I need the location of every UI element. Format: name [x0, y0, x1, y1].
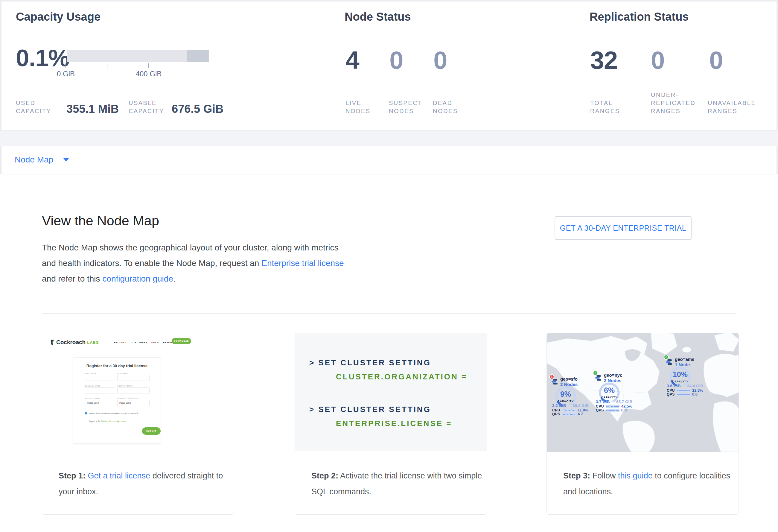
- capacity-label: CAPACITY: [554, 399, 577, 403]
- capacity-bar-reserved-segment: [187, 50, 209, 62]
- field-label: REASON FOR INTEREST: [117, 398, 140, 399]
- sql-setting: CLUSTER.ORGANIZATION =: [336, 372, 467, 381]
- used-capacity-label: USED CAPACITY: [16, 99, 58, 115]
- company-email-field: [117, 387, 150, 393]
- step2-caption: Step 2: Activate the trial license with …: [311, 468, 484, 500]
- used-capacity: 3.6 GiB: [667, 384, 681, 388]
- total-capacity: 65.7 GiB: [616, 399, 632, 404]
- section-divider: [42, 313, 736, 314]
- node-map-dropdown[interactable]: Node Map: [15, 155, 53, 165]
- cluster-summary-panel: Capacity Usage 0.1% 0 GiB 400 GiB USED C…: [1, 1, 777, 131]
- replication-status-title: Replication Status: [590, 10, 689, 23]
- reason-select: Please Select: [117, 400, 150, 406]
- unavailable-ranges-label: UNAVAILABLE RANGES: [708, 99, 768, 115]
- sql-commands-illustration: > SET CLUSTER SETTING CLUSTER.ORGANIZATI…: [295, 333, 487, 451]
- page-edge-right: [777, 0, 778, 174]
- step1-caption: Step 1: Get a trial license delivered st…: [59, 468, 232, 500]
- qps-sparkline: [606, 409, 619, 412]
- step1-card: Cockroach LABS PRODUCT CUSTOMERS DOCS RE…: [42, 333, 234, 515]
- capacity-percent: 10%: [669, 370, 692, 379]
- submit-button: SUBMIT: [142, 427, 161, 435]
- suspect-nodes-count: 0: [389, 46, 403, 75]
- used-capacity: 3.7 GiB: [596, 399, 610, 404]
- locality-name: geo=ams: [675, 357, 694, 362]
- locality-name: geo=nyc: [604, 373, 622, 378]
- capacity-axis-label-0: 0 GiB: [45, 70, 87, 78]
- nav-item: CUSTOMERS: [131, 341, 147, 344]
- unavailable-ranges-count: 0: [709, 46, 723, 75]
- field-label: LAST NAME: [117, 373, 128, 374]
- locality-name: geo=sfo: [560, 376, 577, 382]
- capacity-axis-tick: [66, 63, 66, 68]
- capacity-usage-title: Capacity Usage: [16, 10, 100, 23]
- warning-badge-icon: 1: [549, 374, 554, 379]
- capacity-label: CAPACITY: [598, 395, 621, 399]
- cockroach-icon: [50, 339, 55, 345]
- last-name-field: [117, 375, 150, 381]
- used-capacity-value: 355.1 MiB: [66, 103, 119, 116]
- enterprise-trial-button[interactable]: GET A 30-DAY ENTERPRISE TRIAL: [555, 216, 692, 240]
- get-trial-license-link[interactable]: Get a trial license: [88, 471, 150, 480]
- map-node-sfo: 1 geo=sfo 2 Nodes 9% CAPACITY 3.2 GiB35.…: [550, 377, 591, 387]
- chevron-down-icon: [63, 158, 69, 162]
- cpu-sparkline: [606, 405, 619, 408]
- download-button: DOWNLOAD: [172, 338, 191, 344]
- field-label: FIRST NAME: [85, 373, 96, 374]
- page-title: View the Node Map: [42, 213, 159, 229]
- field-label: COMPANY NAME: [85, 385, 100, 387]
- cpu-sparkline: [562, 409, 576, 412]
- total-ranges-count: 32: [590, 46, 617, 75]
- configuration-guide-link[interactable]: configuration guide: [102, 274, 173, 283]
- field-label: COMPANY EMAIL: [117, 385, 133, 387]
- healthy-badge-icon: ✓: [664, 355, 669, 360]
- step3-card: 1 geo=sfo 2 Nodes 9% CAPACITY 3.2 GiB35.…: [546, 333, 739, 515]
- description-text: and refer to this: [42, 274, 102, 283]
- logo-text: Cockroach: [56, 339, 86, 346]
- step2-card: > SET CLUSTER SETTING CLUSTER.ORGANIZATI…: [295, 333, 487, 515]
- node-status-title: Node Status: [344, 10, 411, 23]
- map-node-nyc: ✓ geo=nyc 2 Nodes 6% CAPACITY 3.7 GiB65.…: [594, 373, 634, 383]
- checkbox-label: I agree to the Software License Agreemen…: [89, 420, 158, 422]
- cpu-sparkline: [677, 389, 690, 392]
- software-license-link: Software License Agreement.: [101, 420, 127, 422]
- capacity-percent: 9%: [554, 390, 577, 398]
- suspect-nodes-label: SUSPECT NODES: [389, 99, 429, 115]
- nav-item: DOCS: [151, 341, 159, 344]
- total-capacity: 35.1 GiB: [572, 403, 589, 408]
- total-capacity: 34.4 GiB: [687, 384, 703, 388]
- live-nodes-count: 4: [345, 46, 359, 75]
- sql-prompt: > SET CLUSTER SETTING: [309, 405, 431, 414]
- field-label: PROJECT PHASE: [85, 398, 100, 399]
- sql-prompt: > SET CLUSTER SETTING: [309, 358, 431, 367]
- cockroach-labs-logo: Cockroach LABS: [50, 339, 99, 346]
- usable-capacity-label: USABLE CAPACITY: [129, 99, 173, 115]
- trial-registration-form: Register for a 30-day trial license FIRS…: [73, 357, 161, 444]
- capacity-percent: 6%: [598, 386, 621, 395]
- node-map-illustration: 1 geo=sfo 2 Nodes 9% CAPACITY 3.2 GiB35.…: [547, 333, 739, 452]
- capacity-bar: [67, 50, 209, 62]
- usable-capacity-value: 676.5 GiB: [172, 103, 223, 116]
- qps-sparkline: [677, 393, 690, 396]
- form-title: Register for a 30-day trial license: [73, 364, 161, 368]
- capacity-axis-tick: [107, 63, 107, 68]
- dead-nodes-label: DEAD NODES: [433, 99, 469, 115]
- under-replicated-ranges-count: 0: [651, 46, 665, 75]
- under-replicated-ranges-label: UNDER-REPLICATED RANGES: [651, 91, 706, 115]
- license-agreement-checkbox: [85, 420, 87, 422]
- cluster-overview-page: Capacity Usage 0.1% 0 GiB 400 GiB USED C…: [0, 0, 778, 532]
- project-phase-select: Please Select: [85, 400, 115, 406]
- panel-gap-strip: [0, 131, 778, 146]
- nodemap-description: The Node Map shows the geographical layo…: [42, 240, 344, 287]
- capacity-used-percent: 0.1%: [16, 44, 69, 72]
- live-nodes-label: LIVE NODES: [345, 99, 381, 115]
- capacity-axis-tick: [148, 63, 149, 68]
- first-name-field: [85, 375, 115, 381]
- capacity-axis-label-400: 400 GiB: [128, 70, 170, 78]
- enterprise-trial-license-link[interactable]: Enterprise trial license: [261, 258, 344, 268]
- this-guide-link[interactable]: this guide: [618, 471, 653, 480]
- map-node-ams: ✓ geo=ams 1 Node 10% CAPACITY 3.6 GiB34.…: [665, 357, 705, 367]
- used-capacity: 3.2 GiB: [552, 403, 566, 408]
- sql-setting: ENTERPRISE.LICENSE =: [336, 419, 452, 428]
- description-text: .: [173, 274, 175, 283]
- view-selector-bar[interactable]: Node Map: [1, 146, 777, 174]
